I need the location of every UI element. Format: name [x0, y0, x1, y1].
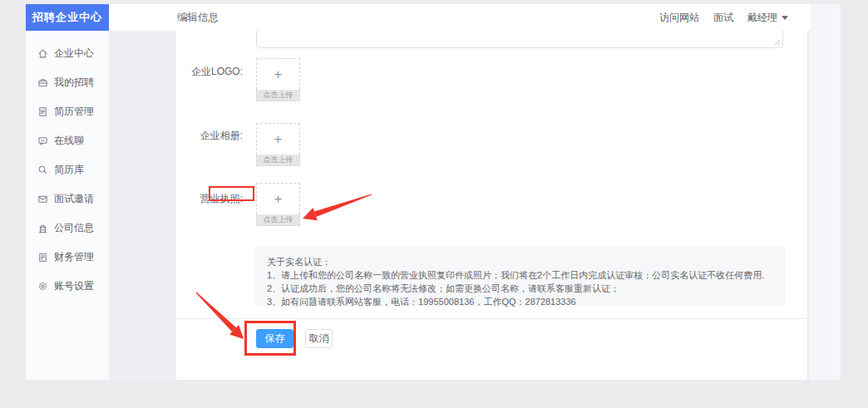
upload-dropzone: +	[256, 183, 300, 214]
visit-site-link[interactable]: 访问网站	[659, 11, 699, 25]
realname-notice: 关于实名认证： 1、请上传和您的公司名称一致的营业执照复印件或照片；我们将在2个…	[255, 246, 786, 307]
interview-link[interactable]: 面试	[713, 11, 733, 25]
topbar: 招聘企业中心 编辑信息 访问网站 面试 戴经理	[26, 4, 811, 31]
right-background-strip	[809, 4, 841, 380]
briefcase-icon	[37, 77, 48, 88]
notice-line-1: 1、请上传和您的公司名称一致的营业执照复印件或照片；我们将在2个工作日内完成认证…	[267, 268, 774, 282]
cancel-button[interactable]: 取消	[305, 329, 333, 348]
resize-grip-icon	[773, 38, 781, 46]
sidebar-item-company-info[interactable]: 公司信息	[26, 219, 109, 236]
sidebar-item-my-recruitment[interactable]: 我的招聘	[26, 74, 109, 91]
sidebar-item-interview-invite[interactable]: 面试邀请	[26, 190, 109, 207]
sidebar-item-label: 财务管理	[54, 250, 94, 264]
sidebar-item-label: 企业中心	[54, 47, 94, 61]
sidebar-item-finance-management[interactable]: 财务管理	[26, 248, 109, 265]
user-menu[interactable]: 戴经理	[747, 11, 788, 25]
page-title: 编辑信息	[177, 4, 219, 31]
main-content: 企业LOGO: + 点击上传 企业相册: + 点击上传 营业执照: + 点击上传…	[176, 31, 807, 380]
sidebar-item-label: 我的招聘	[54, 76, 94, 90]
logo-upload[interactable]: + 点击上传	[256, 58, 300, 101]
field-label-album: 企业相册:	[175, 129, 243, 143]
field-label-logo: 企业LOGO:	[175, 65, 243, 79]
mail-icon	[37, 194, 48, 204]
chat-icon	[37, 135, 48, 146]
sidebar-item-label: 账号设置	[54, 279, 94, 293]
notice-title: 关于实名认证：	[267, 255, 774, 268]
topbar-actions: 访问网站 面试 戴经理	[659, 4, 788, 31]
sidebar: 企业中心 我的招聘 简历管理 在线聊 简历库 面试邀请 公司信息 财务管理	[26, 31, 109, 380]
home-icon	[37, 48, 48, 59]
sidebar-item-label: 在线聊	[54, 134, 84, 148]
upload-dropzone: +	[256, 123, 300, 155]
sidebar-item-label: 简历管理	[54, 105, 94, 119]
sidebar-item-online-chat[interactable]: 在线聊	[26, 132, 109, 149]
finance-icon	[37, 252, 48, 263]
license-upload[interactable]: + 点击上传	[256, 183, 300, 226]
album-upload[interactable]: + 点击上传	[256, 123, 300, 166]
chevron-down-icon	[782, 16, 788, 20]
sidebar-item-enterprise-center[interactable]: 企业中心	[26, 45, 109, 61]
notice-line-2: 2、认证成功后，您的公司名称将无法修改；如需更换公司名称，请联系客服重新认证；	[267, 282, 774, 295]
sidebar-item-label: 公司信息	[54, 221, 94, 235]
plus-icon: +	[274, 132, 283, 146]
upload-button-label: 点击上传	[256, 155, 300, 166]
sidebar-item-resume-library[interactable]: 简历库	[26, 161, 109, 178]
footer-divider	[176, 318, 807, 319]
page: 招聘企业中心 编辑信息 访问网站 面试 戴经理 企业中心 我的招聘 简历管理 在…	[0, 0, 868, 408]
sidebar-item-resume-management[interactable]: 简历管理	[26, 103, 109, 120]
building-icon	[37, 223, 48, 233]
description-textarea[interactable]	[256, 31, 783, 48]
sidebar-item-account-settings[interactable]: 账号设置	[26, 278, 109, 294]
plus-icon: +	[274, 67, 283, 81]
plus-icon: +	[274, 192, 283, 206]
gear-icon	[37, 281, 48, 292]
sidebar-item-label: 简历库	[54, 163, 84, 177]
upload-button-label: 点击上传	[256, 214, 300, 226]
search-icon	[37, 165, 48, 175]
content-gap-column	[109, 31, 176, 380]
resume-icon	[37, 106, 48, 117]
sidebar-item-label: 面试邀请	[54, 192, 94, 206]
brand-logo: 招聘企业中心	[26, 4, 109, 31]
user-name: 戴经理	[747, 11, 777, 25]
upload-dropzone: +	[256, 58, 300, 90]
upload-button-label: 点击上传	[256, 90, 300, 101]
notice-line-3: 3、如有问题请联系网站客服，电话：19955008136，工作QQ：287281…	[267, 295, 774, 308]
field-label-license: 营业执照:	[175, 192, 243, 206]
save-button[interactable]: 保存	[256, 329, 293, 348]
